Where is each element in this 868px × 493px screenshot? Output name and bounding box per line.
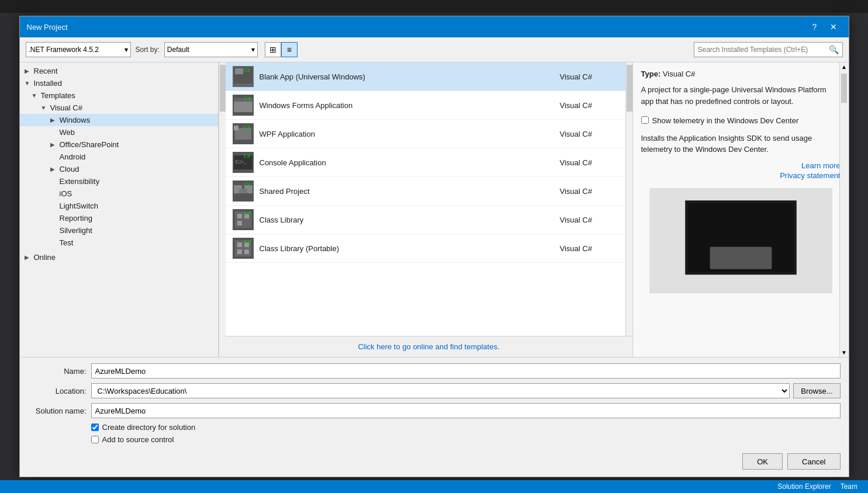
type-label-strong: Type: bbox=[641, 70, 661, 78]
template-item-winforms[interactable]: C# Windows Forms Application Visual C# bbox=[226, 91, 625, 120]
dialog-close-button[interactable]: ✕ bbox=[825, 20, 842, 33]
telemetry-checkbox[interactable] bbox=[641, 116, 649, 124]
template-item-blank-app[interactable]: C# Blank App (Universal Windows) Visual … bbox=[226, 63, 625, 91]
tree-item-installed[interactable]: ▼ Installed bbox=[20, 77, 218, 89]
tree-item-lightswitch[interactable]: LightSwitch bbox=[20, 200, 218, 212]
wpf-name: WPF Application bbox=[260, 130, 554, 138]
template-list: C# Blank App (Universal Windows) Visual … bbox=[226, 63, 625, 336]
framework-dropdown[interactable]: .NET Framework 4.5.2 ▾ bbox=[26, 42, 131, 57]
privacy-statement-link[interactable]: Privacy statement bbox=[780, 171, 840, 180]
dialog-help-button[interactable]: ? bbox=[807, 20, 823, 33]
source-control-checkbox[interactable] bbox=[91, 436, 99, 443]
installed-expand-icon: ▼ bbox=[25, 80, 32, 86]
type-label: Type: Visual C# bbox=[641, 70, 841, 78]
tree-item-office[interactable]: ▶ Office/SharePoint bbox=[20, 138, 218, 151]
browse-button[interactable]: Browse... bbox=[793, 383, 840, 398]
office-expand-icon: ▶ bbox=[50, 141, 57, 148]
new-project-dialog: New Project ? ✕ .NET Framework 4.5.2 ▾ S… bbox=[19, 16, 849, 477]
bottom-form: Name: Location: C:\Workspaces\Education\… bbox=[20, 357, 849, 477]
online-label: Online bbox=[34, 253, 56, 262]
svg-text:C#: C# bbox=[244, 153, 250, 159]
templates-expand-icon: ▼ bbox=[32, 92, 39, 99]
tree-item-web[interactable]: Web bbox=[20, 126, 218, 138]
search-input[interactable] bbox=[698, 46, 826, 54]
tree-item-ios[interactable]: iOS bbox=[20, 188, 218, 200]
winforms-icon: C# bbox=[233, 95, 254, 116]
tree-item-reporting[interactable]: Reporting bbox=[20, 212, 218, 224]
left-panel-scrollbar[interactable] bbox=[219, 63, 226, 357]
left-scrollbar-thumb bbox=[220, 65, 226, 112]
svg-text:C:\>_: C:\>_ bbox=[236, 159, 247, 165]
class-lib-portable-name: Class Library (Portable) bbox=[260, 244, 554, 253]
solution-label: Solution name: bbox=[28, 407, 87, 415]
template-item-class-lib[interactable]: C# Class Library Visual C# bbox=[226, 206, 625, 234]
windows-label: Windows bbox=[60, 116, 91, 124]
cancel-button[interactable]: Cancel bbox=[787, 453, 840, 470]
windows-expand-icon: ▶ bbox=[50, 117, 57, 123]
dialog-controls: ? ✕ bbox=[807, 20, 842, 33]
recent-label: Recent bbox=[34, 67, 58, 75]
search-icon: 🔍 bbox=[829, 45, 839, 54]
svg-text:C#: C# bbox=[244, 239, 250, 245]
name-row: Name: bbox=[28, 363, 841, 379]
sort-dropdown[interactable]: Default ▾ bbox=[164, 42, 258, 57]
reporting-label: Reporting bbox=[60, 214, 92, 223]
solution-input[interactable] bbox=[91, 403, 841, 418]
template-item-class-lib-portable[interactable]: C# Class Library (Portable) Visual C# bbox=[226, 234, 625, 263]
scroll-up-arrow[interactable]: ▲ bbox=[840, 63, 848, 71]
tree-item-extensibility[interactable]: Extensibility bbox=[20, 175, 218, 188]
source-control-row: Add to source control bbox=[91, 435, 841, 444]
solution-explorer-item[interactable]: Solution Explorer bbox=[773, 482, 835, 491]
class-lib-icon: C# bbox=[233, 209, 254, 230]
class-lib-portable-icon: C# bbox=[233, 238, 254, 259]
template-item-wpf[interactable]: C# WPF Application Visual C# bbox=[226, 120, 625, 148]
left-panel-container: ▶ Recent ▼ Installed ▼ Templates bbox=[20, 63, 226, 357]
team-explorer-item[interactable]: Team bbox=[836, 482, 862, 491]
svg-text:C#: C# bbox=[244, 210, 250, 216]
scroll-down-arrow[interactable]: ▼ bbox=[840, 348, 848, 357]
location-input-group: C:\Workspaces\Education\ Browse... bbox=[91, 383, 841, 398]
template-item-console[interactable]: C:\>_ C# Console Application Visual C# bbox=[226, 148, 625, 177]
winforms-name: Windows Forms Application bbox=[260, 101, 554, 110]
class-lib-name: Class Library bbox=[260, 216, 554, 224]
tree-item-visual-cs[interactable]: ▼ Visual C# bbox=[20, 102, 218, 114]
tree-item-cloud[interactable]: ▶ Cloud bbox=[20, 163, 218, 175]
svg-text:C#: C# bbox=[244, 96, 250, 102]
ok-button[interactable]: OK bbox=[742, 453, 783, 470]
dialog-title: New Project bbox=[27, 23, 68, 32]
recent-expand-icon: ▶ bbox=[25, 68, 32, 74]
sort-chevron-icon: ▾ bbox=[251, 46, 255, 54]
tree-item-templates[interactable]: ▼ Templates bbox=[20, 89, 218, 102]
tree-item-silverlight[interactable]: Silverlight bbox=[20, 224, 218, 237]
type-value: Visual C# bbox=[663, 70, 695, 78]
learn-more-link[interactable]: Learn more bbox=[801, 161, 840, 170]
template-list-scrollbar[interactable] bbox=[625, 63, 632, 336]
create-dir-checkbox[interactable] bbox=[91, 423, 99, 431]
online-templates-link[interactable]: Click here to go online and find templat… bbox=[358, 342, 499, 351]
telemetry-row: Show telemetry in the Windows Dev Center bbox=[641, 115, 841, 127]
location-label: Location: bbox=[28, 387, 87, 395]
right-panel-content: Type: Visual C# A project for a single-p… bbox=[633, 63, 849, 357]
test-label: Test bbox=[60, 238, 74, 247]
view-buttons: ⊞ ≡ bbox=[265, 42, 298, 57]
right-panel-scrollbar[interactable]: ▲ ▼ bbox=[839, 63, 849, 357]
svg-rect-32 bbox=[244, 249, 249, 254]
tree-item-test[interactable]: Test bbox=[20, 237, 218, 249]
search-box[interactable]: 🔍 bbox=[694, 42, 843, 57]
winforms-lang: Visual C# bbox=[560, 101, 618, 110]
tree-item-windows[interactable]: ▶ Windows bbox=[20, 114, 218, 126]
bottom-options: Create directory for solution Add to sou… bbox=[91, 423, 841, 444]
name-label: Name: bbox=[28, 367, 87, 376]
tree-item-android[interactable]: Android bbox=[20, 151, 218, 163]
location-select[interactable]: C:\Workspaces\Education\ bbox=[91, 383, 790, 398]
installed-label: Installed bbox=[34, 79, 62, 88]
grid-view-button[interactable]: ⊞ bbox=[265, 42, 281, 57]
tree-item-online[interactable]: ▶ Online bbox=[20, 251, 218, 263]
template-item-shared[interactable]: C# Shared Project Visual C# bbox=[226, 177, 625, 206]
svg-text:C#: C# bbox=[244, 182, 250, 188]
svg-text:C#: C# bbox=[244, 124, 250, 130]
class-lib-lang: Visual C# bbox=[560, 216, 618, 224]
tree-item-recent[interactable]: ▶ Recent bbox=[20, 65, 218, 77]
list-view-button[interactable]: ≡ bbox=[281, 42, 298, 57]
name-input[interactable] bbox=[91, 363, 841, 379]
